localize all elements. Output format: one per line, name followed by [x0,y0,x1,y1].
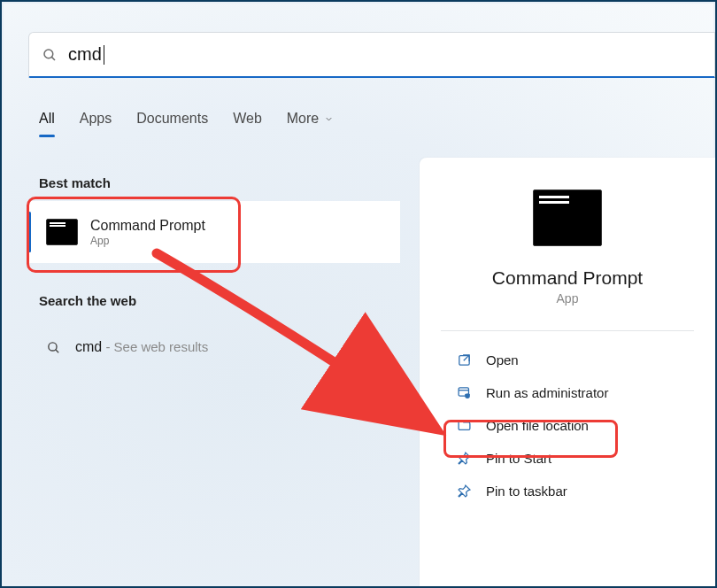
tab-documents[interactable]: Documents [136,105,208,132]
detail-subtitle: App [420,291,715,306]
search-bar[interactable] [28,32,715,78]
chevron-right-icon [376,342,388,353]
tab-web[interactable]: Web [233,105,262,132]
tab-all[interactable]: All [39,105,55,132]
tab-more[interactable]: More [287,105,334,132]
detail-panel: Command Prompt App Open Run as administr… [420,158,715,586]
chevron-down-icon [324,114,334,124]
search-input[interactable] [66,43,707,66]
detail-title: Command Prompt [420,267,715,289]
best-match-name: Command Prompt [90,217,205,234]
folder-icon [457,418,472,433]
run-as-administrator-action[interactable]: Run as administrator [420,376,715,409]
action-label: Open [486,352,519,368]
web-result-row[interactable]: cmd - See web results [39,329,400,366]
svg-line-1 [51,57,55,60]
action-label: Pin to Start [486,451,551,466]
best-match-result[interactable]: Command Prompt App [28,201,400,263]
action-label: Open file location [486,418,589,433]
best-match-sublabel: App [90,235,205,247]
command-prompt-icon [46,219,78,245]
pin-icon [457,484,472,499]
detail-actions: Open Run as administrator Open file loca… [420,344,715,507]
search-icon [46,340,61,355]
action-label: Pin to taskbar [486,484,567,499]
command-prompt-icon [533,190,602,246]
shield-window-icon [457,385,472,400]
search-icon [42,47,58,63]
web-result-term: cmd [75,339,102,354]
svg-point-2 [49,342,57,350]
svg-line-3 [56,349,58,352]
divider [441,330,694,331]
pin-to-taskbar-action[interactable]: Pin to taskbar [420,475,715,507]
tab-apps[interactable]: Apps [80,105,112,132]
svg-point-0 [44,50,53,58]
pin-to-start-action[interactable]: Pin to Start [420,442,715,475]
web-result-hint: - See web results [102,339,208,354]
open-action[interactable]: Open [420,344,715,376]
open-file-location-action[interactable]: Open file location [420,409,715,442]
search-tabs: All Apps Documents Web More [39,105,715,132]
open-external-icon [457,352,472,368]
action-label: Run as administrator [486,385,608,400]
best-match-heading: Best match [39,175,111,190]
pin-icon [457,451,472,466]
search-web-heading: Search the web [39,293,136,308]
